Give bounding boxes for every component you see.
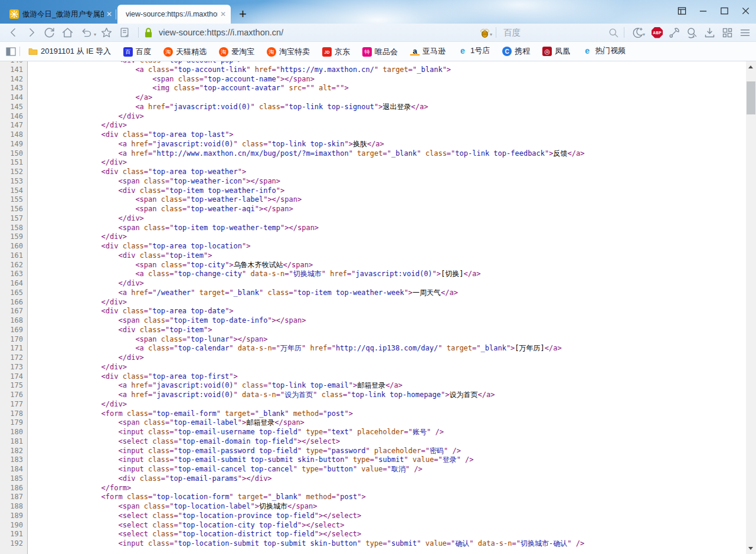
tab-maxthon-today[interactable]: 傲游今日_傲游用户专属的网页 ✕ — [6, 5, 114, 24]
tab-separator — [116, 9, 116, 19]
address-bar[interactable]: view-source:https://i.maxthon.cn/ — [143, 27, 479, 38]
line-number: 187 — [0, 493, 27, 502]
main-menu-icon[interactable] — [739, 27, 751, 39]
view-source-content: 140 <div class="top-account-pop">141 <a … — [0, 61, 756, 554]
bookmark-item-baidu[interactable]: 百百度 — [120, 45, 155, 59]
home-icon[interactable] — [61, 27, 74, 39]
maxthon-today-favicon — [9, 9, 19, 19]
lock-icon[interactable] — [143, 27, 153, 38]
reload-icon[interactable] — [43, 27, 55, 39]
sidebar-toggle-icon[interactable] — [6, 47, 16, 56]
line-number: 169 — [0, 326, 27, 335]
back-icon[interactable] — [8, 27, 19, 38]
search-box[interactable]: ▾ 百度 — [479, 27, 619, 39]
bookmark-item-hot-video[interactable]: e热门视频 — [579, 44, 629, 58]
split-screen-icon[interactable] — [678, 6, 686, 15]
bookmark-item-taobao-temai[interactable]: 淘淘宝特卖 — [263, 45, 313, 59]
tab-close-icon[interactable]: ✕ — [220, 11, 226, 18]
tab-strip: 傲游今日_傲游用户专属的网页 ✕ view-source:https://i.m… — [6, 5, 247, 24]
line-number: 152 — [0, 168, 27, 177]
source-line: 154 <div class="top-item top-weather-inf… — [0, 186, 746, 196]
source-line: 153 <span class="top-weather-icon"></spa… — [0, 177, 746, 186]
scrollbar-thumb[interactable] — [747, 81, 755, 114]
line-number: 156 — [0, 205, 27, 214]
source-line: 181 <select class="top-email-domain top-… — [0, 437, 746, 447]
vertical-scrollbar[interactable] — [746, 61, 756, 554]
bookmark-item-jd[interactable]: JD京东 — [319, 45, 354, 59]
line-content: </div> — [27, 353, 144, 363]
line-content: <span class="top-weather-aqi"></span> — [27, 205, 293, 214]
night-mode-caret[interactable]: ▾ — [643, 32, 645, 37]
navigation-toolbar: ▾ view-source:https://i.maxthon.cn/ ▾ 百度… — [0, 24, 756, 42]
favorite-star-icon[interactable] — [100, 27, 113, 39]
resource-sniffer-icon[interactable] — [686, 27, 698, 39]
maximize-icon[interactable] — [720, 6, 729, 15]
source-line: 142 <span class="top-account-name"></spa… — [0, 75, 746, 84]
night-mode-icon[interactable] — [631, 27, 644, 39]
line-content: <a class="top-calendar" data-s-n="万年历" h… — [27, 344, 562, 353]
search-input[interactable]: 百度 — [503, 27, 608, 38]
line-content: <a href="javascript:void(0)" class="top-… — [27, 103, 428, 112]
scroll-down-arrow-icon[interactable] — [748, 547, 753, 550]
source-line: 190 <select class="top-location-city top… — [0, 521, 746, 530]
search-engine-bee-icon[interactable] — [479, 27, 491, 39]
new-tab-button[interactable]: + — [239, 8, 247, 20]
bookmark-folder-ie-import[interactable]: 20191101 从 IE 导入 — [25, 44, 114, 58]
source-line: 178 <form class="top-email-form" target=… — [0, 409, 746, 419]
line-number: 168 — [0, 316, 27, 326]
bookmark-item-tmall-jingxuan[interactable]: 淘天猫精选 — [160, 45, 210, 59]
search-engine-caret[interactable]: ▾ — [490, 32, 492, 37]
source-line: 151 </div> — [0, 158, 746, 168]
line-number: 160 — [0, 242, 27, 251]
adblock-plus-icon[interactable]: ABP — [652, 27, 663, 38]
bookmark-item-ctrip[interactable]: C携程 — [499, 44, 534, 58]
line-number: 150 — [0, 149, 27, 159]
bookmark-item-aitaobao[interactable]: 淘爱淘宝 — [215, 45, 258, 59]
scroll-up-arrow-icon[interactable] — [748, 65, 753, 68]
line-content: <a href="/weather" target="_blank" class… — [27, 289, 458, 298]
bookmark-item-vipshop[interactable]: 特唯品会 — [359, 45, 401, 59]
line-content: </div> — [27, 232, 127, 242]
source-line: 165 <a href="/weather" target="_blank" c… — [0, 289, 746, 298]
line-content: <div class="top-area top-weather"> — [27, 168, 246, 177]
line-number: 174 — [0, 372, 27, 382]
line-number: 186 — [0, 484, 27, 493]
source-line: 143 <img class="top-account-avatar" src=… — [0, 84, 746, 93]
line-number: 178 — [0, 409, 27, 419]
line-number: 184 — [0, 465, 27, 474]
line-content: <input class="top-email-username top-fie… — [27, 428, 444, 437]
jd-favicon: JD — [322, 47, 332, 57]
undo-icon[interactable] — [80, 27, 92, 39]
line-content: <span class="top-city">乌鲁木齐牧试站</span> — [27, 261, 313, 270]
quick-access-grid-icon[interactable] — [721, 27, 734, 39]
search-submit-icon[interactable] — [608, 27, 619, 38]
source-line: 172 </div> — [0, 353, 746, 363]
bookmark-item-amazon[interactable]: a亚马逊 — [407, 44, 449, 58]
source-line: 140 <div class="top-account-pop"> — [0, 61, 746, 65]
forward-icon[interactable] — [25, 27, 37, 38]
reading-list-icon[interactable] — [119, 27, 130, 38]
minimize-icon[interactable] — [699, 6, 708, 15]
close-icon[interactable] — [741, 6, 750, 15]
tab-close-icon[interactable]: ✕ — [106, 11, 112, 18]
line-number: 172 — [0, 353, 27, 363]
source-line: 150 <a href="http://www.maxthon.cn/mx/bu… — [0, 149, 746, 159]
line-content: <a href="javascript:void(0)" class="top-… — [27, 381, 402, 391]
source-line: 146 </div> — [0, 112, 746, 122]
bookmark-label: 爱淘宝 — [231, 47, 254, 57]
line-content: <a href="javascript:void(0)" data-s-n="设… — [27, 391, 495, 400]
line-number: 173 — [0, 363, 27, 372]
download-icon[interactable] — [703, 27, 716, 39]
aitaobao-favicon: 淘 — [219, 47, 228, 57]
bookmark-item-ifeng[interactable]: ◎凤凰 — [539, 44, 574, 58]
line-number: 144 — [0, 93, 27, 103]
line-number: 189 — [0, 512, 27, 521]
line-number: 155 — [0, 195, 27, 205]
bookmark-item-yhd[interactable]: e1号店 — [454, 44, 493, 58]
undo-dropdown-caret[interactable]: ▾ — [94, 32, 96, 37]
line-content: <form class="top-location-form" target="… — [27, 493, 366, 502]
bookmark-label: 亚马逊 — [423, 46, 446, 57]
tab-view-source[interactable]: view-source:https://i.maxthon.cn/ ✕ — [117, 5, 231, 24]
wrench-tools-icon[interactable] — [668, 27, 680, 39]
source-line: 149 <a href="javascript:void(0)" class="… — [0, 140, 746, 149]
